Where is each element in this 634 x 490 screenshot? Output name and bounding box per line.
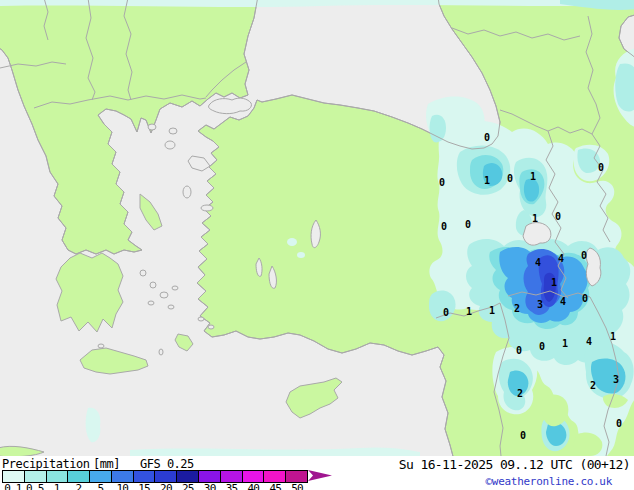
precip-value: 1	[610, 332, 616, 342]
colorbar-tick: 20	[155, 482, 177, 490]
island	[198, 317, 204, 321]
colorbar-segment	[89, 471, 111, 482]
precip-value: 4	[535, 258, 541, 268]
legend-bar: Precipitation [mm] GFS 0.25 Su 16-11-202…	[0, 456, 634, 490]
colorbar-tick: 1	[46, 482, 68, 490]
precip-value: 0	[581, 251, 587, 261]
island	[168, 305, 174, 309]
weather-map: 0010101000440101123400014123200	[0, 0, 634, 456]
footer-datetime: Su 16-11-2025 09..12 UTC (00+12)	[399, 457, 630, 472]
rain-dot	[287, 238, 297, 246]
precip-value: 2	[590, 381, 596, 391]
colorbar-segment	[285, 471, 307, 482]
island	[150, 282, 156, 288]
precip-value: 4	[586, 337, 592, 347]
precip-value: 0	[439, 178, 445, 188]
colorbar-segment	[3, 471, 24, 482]
precip-value: 0	[582, 294, 588, 304]
island	[148, 124, 156, 130]
island	[159, 349, 163, 355]
island	[172, 286, 178, 290]
island	[208, 325, 214, 329]
colorbar-tick: 40	[242, 482, 264, 490]
precip-value: 0	[616, 419, 622, 429]
rain-dot	[297, 252, 305, 258]
precip-value: 1	[484, 176, 490, 186]
legend-title: Precipitation	[2, 457, 89, 471]
precip-value: 1	[532, 214, 538, 224]
island	[201, 205, 213, 211]
precip-value: 0	[507, 174, 513, 184]
colorbar-tick: 45	[264, 482, 286, 490]
legend-model: GFS 0.25	[140, 457, 194, 471]
precip-value: 4	[560, 297, 566, 307]
colorbar-segment	[176, 471, 198, 482]
precip-value: 1	[551, 278, 557, 288]
colorbar-tick: 25	[177, 482, 199, 490]
colorbar-segment	[242, 471, 264, 482]
precip-value: 0	[539, 342, 545, 352]
legend-unit: [mm]	[93, 457, 120, 471]
precip-value: 0	[441, 222, 447, 232]
colorbar-segment	[220, 471, 242, 482]
colorbar-segment	[24, 471, 46, 482]
colorbar-tick: 2	[68, 482, 90, 490]
precip-value: 0	[516, 346, 522, 356]
precip-value: 2	[514, 304, 520, 314]
precip-value: 3	[537, 300, 543, 310]
lake-van	[523, 223, 551, 246]
precip-value: 1	[489, 306, 495, 316]
marmara-sea	[209, 98, 252, 114]
colorbar-tick-labels: 0.10.5125101520253035404550	[2, 482, 308, 490]
colorbar-tick: 5	[89, 482, 111, 490]
colorbar-tick: 50	[286, 482, 308, 490]
colorbar-tick: 0.5	[24, 482, 46, 490]
island	[169, 128, 177, 134]
island	[98, 344, 104, 348]
island	[183, 186, 191, 198]
precip-value: 4	[558, 254, 564, 264]
precip-value: 2	[517, 389, 523, 399]
colorbar-tick: 30	[199, 482, 221, 490]
weather-map-svg	[0, 0, 634, 456]
precip-value: 1	[530, 172, 536, 182]
footer-copyright: ©weatheronline.co.uk	[486, 475, 612, 488]
colorbar-segment	[111, 471, 133, 482]
colorbar-segment	[67, 471, 89, 482]
colorbar-tick: 35	[221, 482, 243, 490]
precip-value: 0	[520, 431, 526, 441]
colorbar-segment	[263, 471, 285, 482]
colorbar-segment	[46, 471, 68, 482]
rain-cyan2	[524, 179, 539, 202]
colorbar-segment	[133, 471, 155, 482]
island	[140, 270, 146, 276]
precip-value: 1	[562, 339, 568, 349]
precip-value: 0	[465, 220, 471, 230]
colorbar-tick: 15	[133, 482, 155, 490]
arrow-shape	[308, 470, 332, 481]
colorbar-tick: 10	[111, 482, 133, 490]
colorbar-segment	[198, 471, 220, 482]
island	[160, 292, 168, 298]
precip-value: 1	[466, 307, 472, 317]
precip-value: 0	[555, 212, 561, 222]
weather-map-screenshot: 0010101000440101123400014123200 Precipit…	[0, 0, 634, 490]
precip-value: 0	[443, 308, 449, 318]
colorbar-tick: 0.1	[2, 482, 24, 490]
precip-value: 3	[613, 375, 619, 385]
colorbar-overflow-arrow	[308, 469, 336, 482]
island	[148, 301, 154, 305]
island	[165, 141, 175, 149]
precip-value: 0	[598, 163, 604, 173]
colorbar-segment	[154, 471, 176, 482]
precip-value: 0	[484, 133, 490, 143]
